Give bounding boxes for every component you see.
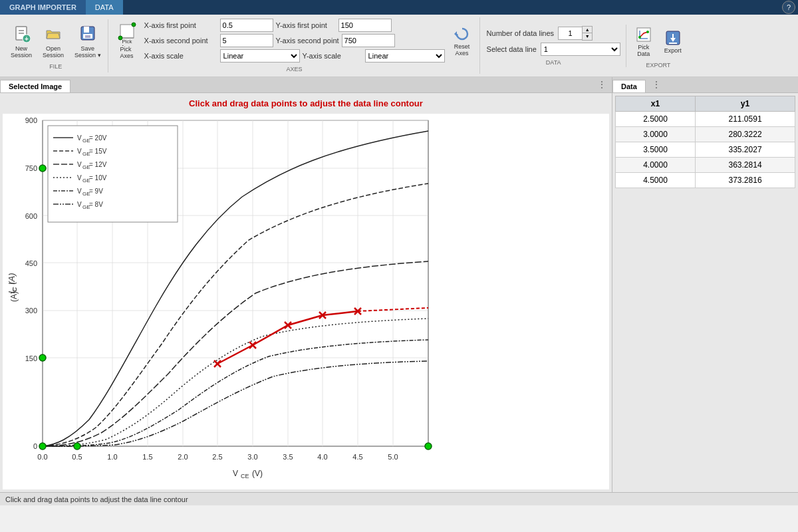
cell-y1: 373.2816 [696,173,795,188]
save-session-label: SaveSession ▾ [74,45,101,59]
svg-text:V: V [77,174,82,182]
toolbar: + NewSession OpenSession [0,15,798,77]
svg-text:V: V [77,161,82,168]
file-group-label: FILE [49,63,62,70]
file-group: + NewSession OpenSession [4,19,108,72]
num-data-lines-spinner[interactable]: ▲ ▼ [558,26,593,41]
num-data-lines-label: Number of data lines [487,29,555,37]
save-session-button[interactable]: SaveSession ▾ [70,22,105,61]
pick-data-button[interactable]: PickData [630,23,657,59]
table-row: 2.5000211.0591 [616,112,795,127]
open-session-button[interactable]: OpenSession [39,22,68,61]
axis-marker-x05[interactable] [74,443,80,450]
open-session-label: OpenSession [43,45,64,59]
svg-text:900: 900 [25,116,37,124]
right-tab-bar: Data ⋮ [612,77,798,93]
data-group: Number of data lines ▲ ▼ Select data lin… [481,25,626,67]
svg-text:+: + [25,35,29,43]
svg-text:V: V [233,469,238,478]
y-first-input[interactable] [338,19,392,32]
new-session-button[interactable]: + NewSession [7,22,36,61]
reset-axes-label: ResetAxes [454,43,470,57]
chart-svg: 900 750 600 450 300 150 0 0.0 0.5 1.0 1.… [3,114,442,489]
export-label: Export [664,47,682,54]
svg-text:CE: CE [241,473,249,479]
cell-y1: 211.0591 [696,112,795,127]
svg-text:V: V [77,134,82,142]
num-data-lines-input[interactable] [558,27,582,40]
svg-text:= 15V: = 15V [89,148,107,155]
spinner-down[interactable]: ▼ [583,33,592,40]
x-second-label: X-axis second point [144,37,217,45]
svg-marker-15 [454,31,457,37]
tab-selected-image[interactable]: Selected Image [0,80,70,92]
chart-instruction: Click and drag data points to adjust the… [0,93,612,111]
y-scale-select[interactable]: Linear Logarithmic [365,49,445,63]
svg-rect-8 [85,35,90,38]
svg-text:450: 450 [25,259,37,267]
status-bar: Click and drag data points to adjust the… [0,492,798,505]
svg-rect-9 [120,25,134,38]
svg-text:5.0: 5.0 [388,453,398,461]
select-data-line-label: Select data line [487,45,537,53]
cell-y1: 335.2027 [696,142,795,158]
export-group: PickData Export EXPORT [628,19,689,72]
table-row: 4.0000363.2814 [616,158,795,173]
axis-marker-left-750[interactable] [39,165,46,172]
chart-area[interactable]: 900 750 600 450 300 150 0 0.0 0.5 1.0 1.… [3,114,609,489]
data-table: x1 y1 2.5000211.05913.0000280.32223.5000… [615,96,795,188]
svg-text:4.5: 4.5 [352,453,362,461]
new-session-label: NewSession [11,45,32,59]
svg-point-12 [132,23,136,27]
col-header-y1: y1 [696,96,795,112]
export-button[interactable]: Export [660,27,686,56]
y-second-input[interactable] [342,34,395,47]
x-second-input[interactable] [220,34,273,47]
cell-y1: 280.3222 [696,127,795,142]
table-row: 3.5000335.2027 [616,142,795,158]
svg-text:3.5: 3.5 [283,453,293,461]
new-session-icon: + [12,24,31,45]
left-panel: Selected Image ⋮ Click and drag data poi… [0,77,612,492]
axis-marker-bl[interactable] [39,443,46,450]
select-data-line-select[interactable]: 1 2 3 [541,43,620,56]
axis-marker-br[interactable] [425,443,432,450]
cell-x1: 3.5000 [616,142,696,158]
right-panel: Data ⋮ x1 y1 2.5000211.05913.0000280.322… [612,77,798,492]
svg-text:1.0: 1.0 [107,453,117,461]
title-bar: GRAPH IMPORTER DATA ? [0,0,798,15]
cell-x1: 4.0000 [616,158,696,173]
tab-graph-importer[interactable]: GRAPH IMPORTER [0,0,86,15]
axis-marker-left-150[interactable] [39,354,46,361]
svg-text:3.0: 3.0 [247,453,257,461]
right-panel-menu-icon[interactable]: ⋮ [646,76,666,92]
svg-text:= 8V: = 8V [89,201,103,208]
svg-text:0.5: 0.5 [72,453,82,461]
axes-group-label: AXES [115,66,474,72]
svg-text:4.0: 4.0 [317,453,327,461]
data-table-container: x1 y1 2.5000211.05913.0000280.32223.5000… [612,93,798,191]
svg-text:750: 750 [25,164,37,172]
svg-text:1.5: 1.5 [142,453,152,461]
svg-point-20 [646,31,649,33]
tab-data[interactable]: DATA [86,0,123,15]
svg-text:V: V [77,188,82,195]
x-scale-select[interactable]: Linear Logarithmic [220,49,300,63]
reset-axes-button[interactable]: ResetAxes [450,23,474,58]
left-tab-bar: Selected Image ⋮ [0,77,612,93]
pick-axes-button[interactable]: Pick Axes PickAxes [115,21,139,61]
spinner-up[interactable]: ▲ [583,27,592,33]
main-content: Selected Image ⋮ Click and drag data poi… [0,77,798,492]
export-group-label: EXPORT [646,62,670,68]
y-scale-label: Y-axis scale [303,52,362,60]
svg-text:2.0: 2.0 [178,453,188,461]
tab-data[interactable]: Data [612,80,646,92]
svg-text:V: V [77,148,82,155]
help-button[interactable]: ? [782,1,795,14]
svg-text:IC (A): IC (A) [7,273,18,293]
x-first-input[interactable] [220,19,273,32]
left-panel-menu-icon[interactable]: ⋮ [592,76,612,92]
pick-data-label: PickData [637,44,650,57]
axes-group: Pick Axes PickAxes X-axis first point Y-… [110,17,480,74]
open-session-icon [44,24,63,45]
